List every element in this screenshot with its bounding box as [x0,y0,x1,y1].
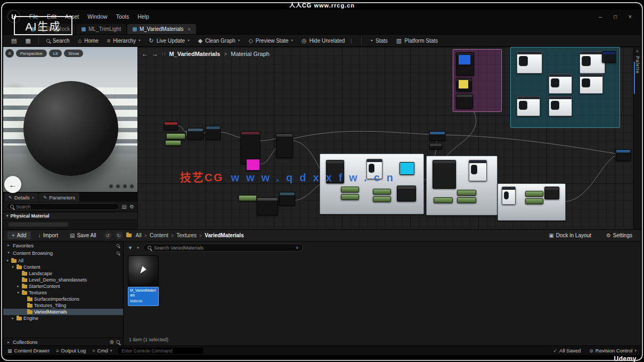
search-icon[interactable] [117,251,120,254]
forward-arrow-icon[interactable]: → [152,50,158,58]
graph-node[interactable] [279,192,295,206]
player-back-button[interactable]: ← [4,176,21,193]
collections-section[interactable]: ▸ Collections ⊕ [3,337,123,346]
tree-item-startercontent[interactable]: ▸StarterContent [3,283,123,289]
toolbar-home[interactable]: ⌂Home [75,36,102,45]
asset-search-input[interactable]: Search VariedMaterials ∨ [143,244,303,252]
back-arrow-icon[interactable]: ← [142,50,148,58]
graph-node[interactable] [458,79,469,89]
graph-node[interactable] [616,149,631,161]
dock-in-layout-button[interactable]: ▣ Dock in Layout [544,231,596,239]
breadcrumb-asset[interactable]: M_VariedMaterials [169,51,220,57]
graph-node[interactable] [580,51,605,74]
graph-node[interactable] [239,195,257,201]
details-search-input[interactable]: Search [6,203,119,210]
toolbar-browse-icon[interactable]: ▦ [21,36,34,45]
viewport-show-button[interactable]: Show [64,50,83,57]
tree-item-engine[interactable]: ▸Engine [3,315,123,321]
revision-control-button[interactable]: ⊚ Revision Control ▾ [589,348,637,353]
toolbar-hide-unrelated[interactable]: ◎Hide Unrelated⋮ [298,36,357,45]
minimize-button[interactable]: – [594,12,607,21]
camera-control-icon[interactable] [123,184,127,189]
breadcrumb-variedmaterials[interactable]: VariedMaterials [205,232,243,238]
tab-ML_TrimLight[interactable]: ML_TrimLight [76,24,126,34]
graph-node[interactable] [341,194,359,200]
toolbar-search[interactable]: Search [43,36,74,45]
maximize-button[interactable]: □ [609,12,622,21]
toolbar-platform-stats[interactable]: ▥Platform Stats [393,36,442,45]
content-drawer-button[interactable]: ▦ Content Drawer [7,348,50,353]
add-collection-icon[interactable]: ⊕ [110,339,114,345]
graph-node[interactable] [544,187,559,199]
graph-node[interactable] [188,128,203,140]
tab-details[interactable]: ✎ Details × [4,193,38,202]
console-input[interactable]: Enter Console Command [118,348,203,354]
graph-node[interactable] [525,198,543,204]
add-button[interactable]: + Add [7,231,31,239]
graph-node[interactable] [400,162,414,175]
graph-node[interactable] [434,197,453,203]
all-saved-button[interactable]: ✓ All Saved [553,348,581,353]
graph-node[interactable] [373,189,391,195]
graph-node[interactable] [502,187,516,205]
tree-item-content[interactable]: ▾Content [3,264,123,270]
graph-node[interactable] [206,126,221,140]
graph-node[interactable] [602,51,616,63]
filter-icon[interactable]: ▼ [128,245,133,251]
settings-button[interactable]: ⚙ Settings [602,231,637,239]
section-physical-material[interactable]: ▾ Physical Material [3,212,137,220]
history-forward-icon[interactable]: ↻ [115,231,123,239]
graph-node[interactable] [429,143,442,149]
graph-node[interactable] [549,96,572,116]
toolbar-save-icon[interactable]: ▤ [7,36,20,45]
tree-item-textures[interactable]: ▾Textures [3,289,123,296]
toolbar-preview-state[interactable]: ◇Preview State▾ [244,36,297,45]
camera-control-icon[interactable] [109,184,113,189]
graph-node[interactable] [457,190,476,196]
menu-item-window[interactable]: Window [84,12,111,21]
asset-thumbnail[interactable] [128,255,159,286]
search-icon[interactable] [117,244,120,247]
close-icon[interactable]: × [188,27,191,32]
breadcrumb-all[interactable]: All [136,232,142,238]
graph-menu-icon[interactable]: ∷ [162,51,165,57]
toolbar-hierarchy[interactable]: ≡Hierarchy▾ [103,36,144,45]
tree-item-all[interactable]: ▾All [3,258,123,264]
tree-item-variedmaterials[interactable]: VariedMaterials [3,309,123,315]
graph-node[interactable] [373,196,391,202]
graph-node[interactable] [257,197,278,215]
kebab-menu-icon[interactable]: ⋮ [348,38,354,44]
import-button[interactable]: ↓ Import [34,231,62,239]
camera-control-icon[interactable] [129,184,134,189]
asset-item[interactable]: M_VariedMaterials Material [128,255,160,306]
menu-item-help[interactable]: Help [134,12,153,21]
graph-node[interactable] [166,133,185,139]
tree-item-textures_tiling[interactable]: Textures_Tiling [3,302,123,309]
favorites-section[interactable]: ▸ Favorites [3,242,123,249]
graph-node[interactable] [549,74,572,94]
hamburger-menu-icon[interactable]: ≡ [5,49,14,58]
breadcrumb-textures[interactable]: Textures [176,232,197,238]
material-graph[interactable] [137,47,633,229]
graph-node[interactable] [341,187,359,192]
close-button[interactable]: × [624,12,637,21]
graph-node[interactable] [456,94,473,109]
close-icon[interactable]: × [32,195,35,200]
graph-node[interactable] [276,133,293,158]
graph-node[interactable] [165,140,181,146]
graph-node[interactable] [517,96,540,116]
cmd-button[interactable]: > Cmd ▾ [92,348,112,353]
sources-section[interactable]: ▾ Content Browsing [3,249,123,256]
graph-node[interactable] [458,54,471,65]
menu-item-tools[interactable]: Tools [112,12,133,21]
graph-node[interactable] [164,122,178,130]
graph-node[interactable] [469,160,487,181]
breadcrumb-page[interactable]: Material Graph [231,51,270,57]
search-icon[interactable] [116,340,120,344]
graph-node[interactable] [397,186,416,202]
tab-M_VariedMaterials[interactable]: M_VariedMaterials× [127,24,196,34]
chevron-down-icon[interactable]: ∨ [296,245,299,250]
tree-item-level_demo_sharedassets[interactable]: Level_Demo_sharedassets [3,277,123,283]
toolbar-live-update[interactable]: ↻Live Update▾ [145,36,193,45]
camera-control-icon[interactable] [116,184,120,189]
